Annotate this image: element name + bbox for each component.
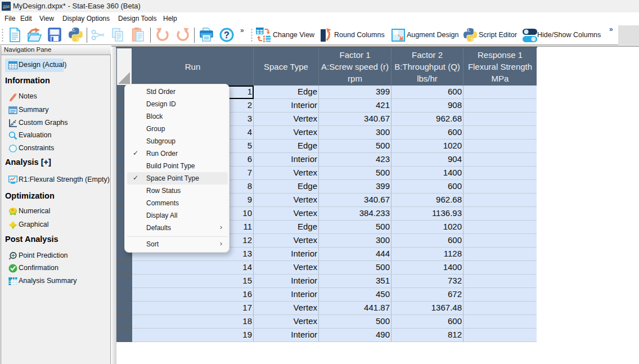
svg-text:?: ? — [224, 30, 230, 40]
